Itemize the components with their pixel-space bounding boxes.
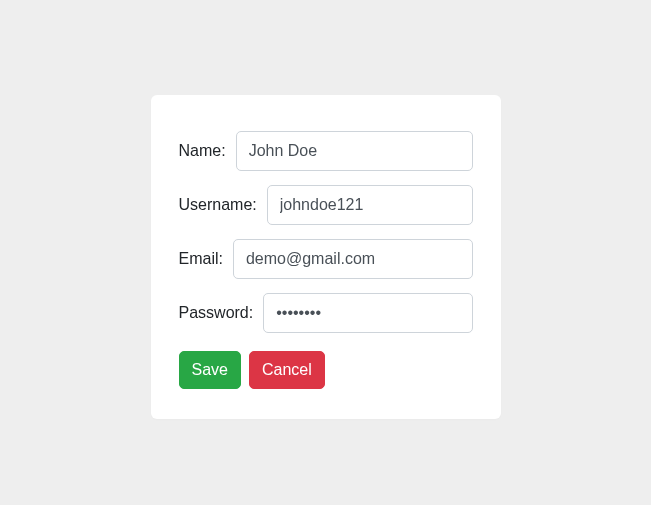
name-label: Name: — [179, 142, 226, 160]
username-label: Username: — [179, 196, 257, 214]
username-row: Username: — [179, 185, 473, 225]
name-row: Name: — [179, 131, 473, 171]
password-input[interactable] — [263, 293, 472, 333]
cancel-button[interactable]: Cancel — [249, 351, 325, 389]
email-label: Email: — [179, 250, 223, 268]
username-input[interactable] — [267, 185, 473, 225]
password-row: Password: — [179, 293, 473, 333]
form-card: Name: Username: Email: Password: Save Ca… — [151, 95, 501, 419]
email-row: Email: — [179, 239, 473, 279]
name-input[interactable] — [236, 131, 473, 171]
save-button[interactable]: Save — [179, 351, 241, 389]
button-row: Save Cancel — [179, 351, 473, 389]
password-label: Password: — [179, 304, 254, 322]
email-input[interactable] — [233, 239, 473, 279]
